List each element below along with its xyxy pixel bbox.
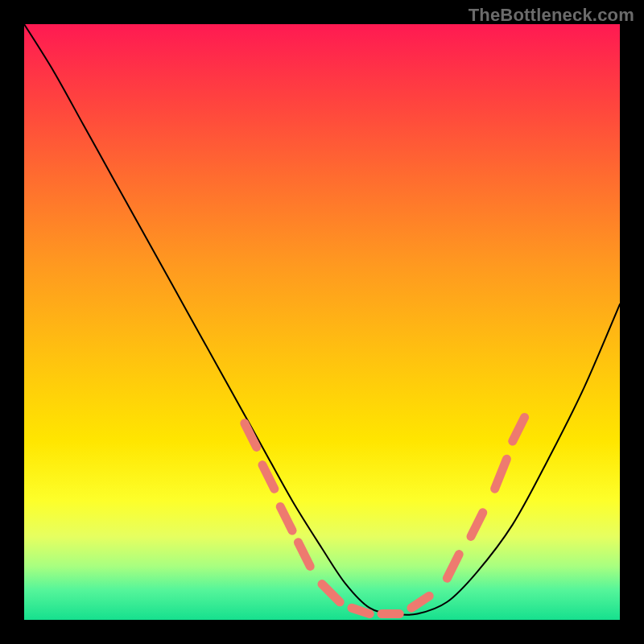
highlight-dash — [322, 584, 340, 602]
highlight-dash — [447, 555, 459, 579]
highlight-dash — [352, 608, 369, 613]
highlight-dash — [280, 506, 292, 530]
highlight-dash — [298, 543, 310, 567]
highlight-dashes — [245, 417, 525, 613]
highlight-dash — [495, 459, 507, 489]
bottleneck-chart — [24, 24, 620, 620]
bottleneck-curve — [24, 24, 620, 615]
watermark-text: TheBottleneck.com — [469, 5, 634, 26]
highlight-dash — [245, 423, 257, 448]
highlight-dash — [513, 417, 525, 441]
highlight-dash — [471, 513, 483, 537]
highlight-dash — [262, 465, 275, 489]
highlight-dash — [411, 596, 429, 608]
